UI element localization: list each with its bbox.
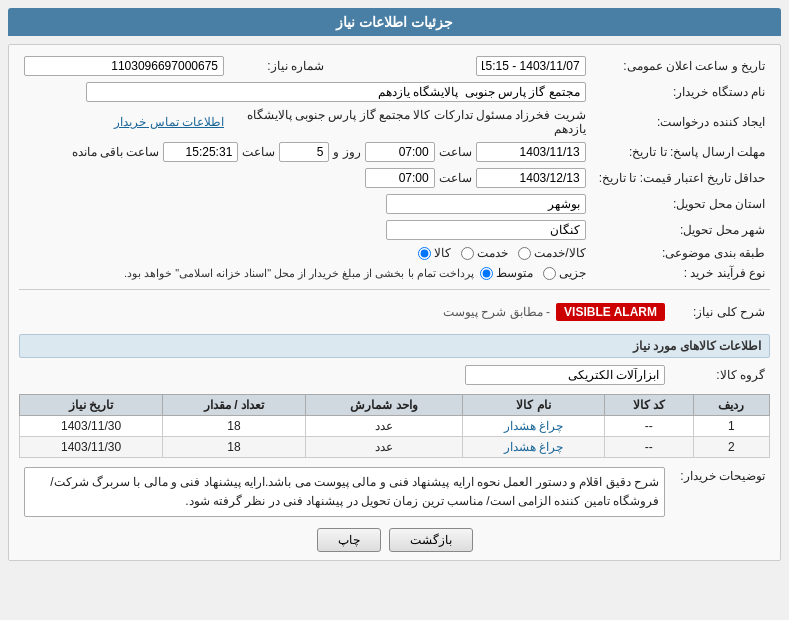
noe-farayand-label: نوع فرآیند خرید : <box>591 263 770 283</box>
pardazan-note: پرداخت تمام با بخشی از مبلغ خریدار از مح… <box>124 267 474 280</box>
button-group: بازگشت چاپ <box>19 528 770 552</box>
col-tarikh: تاریخ نیاز <box>20 395 163 416</box>
back-button[interactable]: بازگشت <box>389 528 473 552</box>
col-radif: ردیف <box>693 395 769 416</box>
baghimande-label: ساعت باقی مانده <box>72 145 160 159</box>
page-header: جزئیات اطلاعات نیاز <box>8 8 781 36</box>
tarikh-value[interactable] <box>476 56 586 76</box>
shahr-label: شهر محل تحویل: <box>591 217 770 243</box>
rooz-label: روز و <box>333 145 360 159</box>
tabaqebandi-label: طبقه بندی موضوعی: <box>591 243 770 263</box>
mohlat-label: مهلت ارسال پاسخ: تا تاریخ: <box>591 139 770 165</box>
mohlat-date[interactable] <box>476 142 586 162</box>
nam-dastgah-value[interactable] <box>86 82 586 102</box>
hadaqal-label: حداقل تاریخ اعتبار قیمت: تا تاریخ: <box>591 165 770 191</box>
shomare-niaz-label: شماره نیاز: <box>229 53 329 79</box>
goods-table: ردیف کد کالا نام کالا واحد شمارش تعداد /… <box>19 394 770 458</box>
shomare-niaz-value[interactable] <box>24 56 224 76</box>
col-nam-kala: نام کالا <box>463 395 605 416</box>
tamas-kharidar-link[interactable]: اطلاعات تماس خریدار <box>114 115 224 129</box>
ostan-value[interactable] <box>386 194 586 214</box>
radio-khedmat[interactable]: خدمت <box>461 246 508 260</box>
page-title: جزئیات اطلاعات نیاز <box>336 14 453 30</box>
baghimande-saat-label: ساعت <box>242 145 275 159</box>
ostan-label: استان محل تحویل: <box>591 191 770 217</box>
radio-kala[interactable]: کالا <box>418 246 451 260</box>
saat-label: ساعت <box>439 145 472 159</box>
saat-label2: ساعت <box>439 171 472 185</box>
col-kod-kala: کد کالا <box>604 395 693 416</box>
ijad-kannande-value: شریت فخرزاد مسئول تدارکات کالا مجتمع گاز… <box>247 108 586 136</box>
sharch-koli-desc: - مطابق شرح پیوست <box>443 305 550 319</box>
divider1 <box>19 289 770 290</box>
tarikh-label: تاریخ و ساعت اعلان عمومی: <box>591 53 770 79</box>
sharch-koli-label: شرح کلی نیاز: <box>670 296 770 328</box>
hadaqal-date[interactable] <box>476 168 586 188</box>
mohlat-saat[interactable] <box>365 142 435 162</box>
nam-dastgah-label: نام دستگاه خریدار: <box>591 79 770 105</box>
visible-alarm-tag: VISIBLE ALARM <box>556 303 665 321</box>
shahr-value[interactable] <box>386 220 586 240</box>
kala-section-header: اطلاعات کالاهای مورد نیاز <box>19 334 770 358</box>
radio-motavasset[interactable]: متوسط <box>480 266 533 280</box>
group-kala-label: گروه کالا: <box>670 362 770 388</box>
ijad-kannande-label: ایجاد کننده درخواست: <box>591 105 770 139</box>
radio-jozi[interactable]: جزیی <box>543 266 586 280</box>
radio-kala-khedmat[interactable]: کالا/خدمت <box>518 246 585 260</box>
tozih-label: توضیحات خریدار: <box>670 464 770 520</box>
group-kala-value[interactable] <box>465 365 665 385</box>
mohlat-rooz[interactable] <box>279 142 329 162</box>
table-row: 2--چراغ هشدارعدد181403/11/30 <box>20 437 770 458</box>
print-button[interactable]: چاپ <box>317 528 381 552</box>
tozih-text: شرح دقیق اقلام و دستور العمل نحوه ارایه … <box>24 467 665 517</box>
mohlat-baghimande[interactable] <box>163 142 238 162</box>
table-row: 1--چراغ هشدارعدد181403/11/30 <box>20 416 770 437</box>
col-tedad: تعداد / مقدار <box>163 395 306 416</box>
hadaqal-saat[interactable] <box>365 168 435 188</box>
col-vahed: واحد شمارش <box>306 395 463 416</box>
